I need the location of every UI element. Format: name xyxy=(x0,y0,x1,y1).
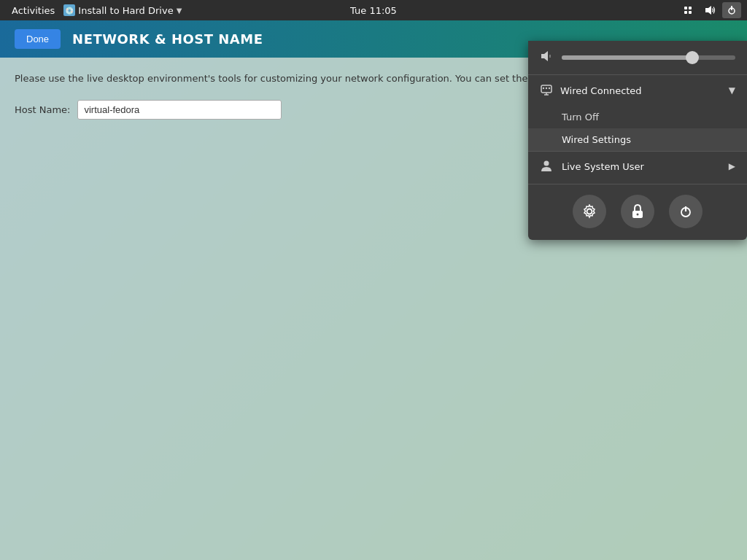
volume-thumb[interactable] xyxy=(686,51,699,64)
network-status-icon[interactable] xyxy=(678,2,697,18)
svg-rect-1 xyxy=(689,7,692,9)
power-button[interactable] xyxy=(669,195,703,228)
svg-point-12 xyxy=(543,88,544,89)
system-menu-btn[interactable] xyxy=(722,2,741,18)
app-icon: 💿 xyxy=(63,4,75,16)
svg-point-13 xyxy=(546,88,547,89)
svg-point-14 xyxy=(549,88,550,89)
topbar: Activities 💿 Install to Hard Drive ▼ Tue… xyxy=(0,0,747,20)
settings-button[interactable] xyxy=(573,195,606,228)
bottom-buttons xyxy=(528,184,747,231)
svg-marker-7 xyxy=(541,51,548,61)
topbar-left: Activities 💿 Install to Hard Drive ▼ xyxy=(6,4,182,18)
clock: Tue 11:05 xyxy=(350,5,397,16)
volume-mute-icon xyxy=(540,50,554,66)
svg-rect-0 xyxy=(684,7,687,9)
wired-section: Wired Connected ▼ Turn Off Wired Setting… xyxy=(528,74,747,151)
power-icon xyxy=(678,204,693,219)
user-chevron-icon: ▶ xyxy=(729,161,735,171)
wired-header[interactable]: Wired Connected ▼ xyxy=(528,75,747,106)
svg-point-15 xyxy=(544,161,549,166)
volume-row xyxy=(528,41,747,74)
volume-slider[interactable] xyxy=(562,55,735,60)
lock-button[interactable] xyxy=(621,195,654,228)
app-menu-chevron: ▼ xyxy=(177,7,182,15)
svg-rect-2 xyxy=(684,11,687,14)
topbar-right xyxy=(678,2,741,18)
user-icon xyxy=(540,159,554,174)
user-section[interactable]: Live System User ▶ xyxy=(528,151,747,181)
svg-rect-3 xyxy=(689,11,692,14)
wired-chevron-icon: ▼ xyxy=(729,85,735,96)
wired-settings-item[interactable]: Wired Settings xyxy=(528,128,747,151)
volume-icon-btn[interactable] xyxy=(700,2,719,18)
activities-button[interactable]: Activities xyxy=(6,4,61,18)
wired-label: Wired Connected xyxy=(560,85,721,96)
svg-point-17 xyxy=(637,214,639,216)
power-icon-svg xyxy=(726,4,738,16)
app-menu[interactable]: 💿 Install to Hard Drive ▼ xyxy=(63,4,182,16)
hostname-label: Host Name: xyxy=(15,104,70,115)
settings-gear-icon xyxy=(582,204,597,219)
volume-icon-svg xyxy=(704,4,716,16)
panel-title: NETWORK & HOST NAME xyxy=(72,31,263,47)
svg-marker-4 xyxy=(705,6,711,15)
network-icon-svg xyxy=(682,4,694,16)
system-menu: Wired Connected ▼ Turn Off Wired Setting… xyxy=(528,41,747,240)
user-name-label: Live System User xyxy=(562,161,721,172)
volume-fill xyxy=(562,55,692,60)
turn-off-item[interactable]: Turn Off xyxy=(528,106,747,128)
main-area: Done NETWORK & HOST NAME Please use the … xyxy=(0,20,747,560)
volume-track xyxy=(562,55,735,60)
app-name-label: Install to Hard Drive xyxy=(78,5,173,16)
lock-icon xyxy=(631,204,644,219)
done-button[interactable]: Done xyxy=(15,29,61,49)
wired-network-icon xyxy=(540,82,553,98)
hostname-input[interactable] xyxy=(77,100,282,120)
